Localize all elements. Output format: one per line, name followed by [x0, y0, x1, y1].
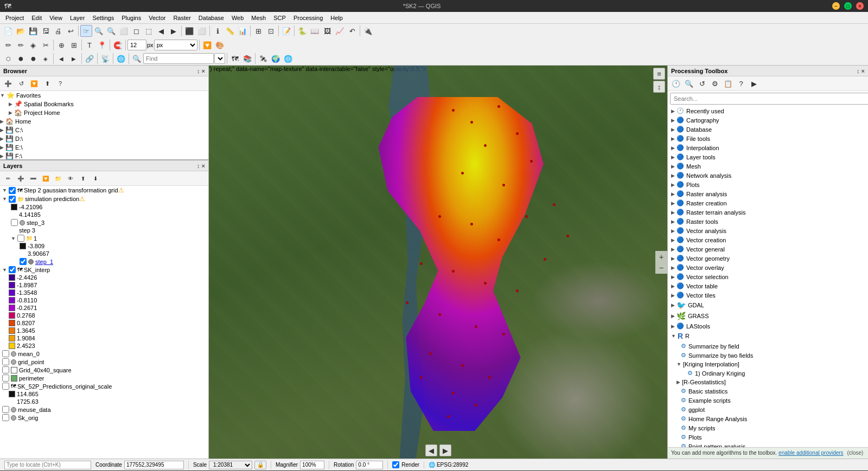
- group-network-analysis-header[interactable]: 🔵 Network analysis: [668, 171, 868, 180]
- browser-project-home[interactable]: 🏠 Project Home: [0, 108, 208, 117]
- layer-filter-btn[interactable]: 🔽: [40, 172, 52, 184]
- browser-spatial-bookmarks[interactable]: 📌 Spatial Bookmarks: [0, 100, 208, 108]
- group-raster-tools[interactable]: 🔵 Raster tools: [668, 217, 868, 226]
- toolbox-settings-btn[interactable]: ⚙: [709, 78, 721, 89]
- group-raster-tools-header[interactable]: 🔵 Raster tools: [668, 217, 868, 226]
- group-vector-overlay-header[interactable]: 🔵 Vector overlay: [668, 263, 868, 272]
- layer-meusedata[interactable]: meuse_data: [0, 405, 208, 414]
- stat-btn[interactable]: 📊: [237, 25, 248, 37]
- browser-drive-e[interactable]: 💾 E:\: [0, 143, 208, 152]
- digitize-btn[interactable]: ✏: [15, 39, 27, 51]
- group-vector-table-header[interactable]: 🔵 Vector table: [668, 281, 868, 291]
- layer-skinterp[interactable]: 🗺 SK_interp: [0, 266, 208, 274]
- digitize2-btn[interactable]: ⬡: [2, 53, 14, 64]
- browser-drive-c[interactable]: 💾 C:\: [0, 126, 208, 134]
- rotation-input[interactable]: [356, 461, 383, 469]
- zoom-select-btn[interactable]: ⬚: [143, 25, 155, 37]
- filter-btn[interactable]: 🔽: [201, 39, 213, 51]
- print-btn[interactable]: 🖨: [52, 25, 64, 37]
- zoom-out-btn[interactable]: 🔍: [105, 25, 117, 37]
- map-scroll-right[interactable]: ▶: [439, 444, 451, 456]
- new-project-btn[interactable]: 📄: [2, 25, 14, 37]
- step3a-checkbox[interactable]: [11, 219, 18, 226]
- meusedata-checkbox[interactable]: [2, 406, 9, 413]
- layer-245[interactable]: 2.4523: [0, 342, 208, 350]
- python-btn[interactable]: 🐍: [296, 25, 308, 37]
- map-area[interactable]: ') repeat;" data-name="map-texture" data…: [209, 66, 667, 459]
- group-layer-tools-header[interactable]: 🔵 Layer tools: [668, 152, 868, 162]
- layer-grid40[interactable]: Grid_40x40_square: [0, 366, 208, 374]
- group-gdal-header[interactable]: 🐦 GDAL: [668, 300, 868, 311]
- measure-btn[interactable]: 📏: [224, 25, 236, 37]
- layers-close-icon[interactable]: ×: [202, 163, 205, 169]
- toolbox-help-btn[interactable]: ?: [735, 78, 747, 89]
- layer-add-btn[interactable]: ➕: [15, 172, 27, 184]
- group-vector-selection-header[interactable]: 🔵 Vector selection: [668, 272, 868, 281]
- toolbox-history-btn[interactable]: 🕐: [670, 78, 682, 89]
- pin-btn[interactable]: 📍: [96, 39, 108, 51]
- text-btn[interactable]: T: [84, 39, 95, 51]
- group-gdal[interactable]: 🐦 GDAL: [668, 300, 868, 311]
- group-raster-analysis[interactable]: 🔵 Raster analysis: [668, 189, 868, 198]
- digitize5-btn[interactable]: ◈: [40, 53, 52, 64]
- adv1-btn[interactable]: ⊕: [55, 39, 67, 51]
- save-as-btn[interactable]: 🖫: [40, 25, 52, 37]
- prev-extent-btn[interactable]: ◀: [155, 25, 167, 37]
- layer-mean0[interactable]: mean_0: [0, 350, 208, 358]
- group-database-header[interactable]: 🔵 Database: [668, 125, 868, 134]
- toolbox-run-btn[interactable]: ▶: [748, 78, 760, 89]
- layer-down-btn[interactable]: ⬇: [90, 172, 101, 184]
- group-vector-analysis-header[interactable]: 🔵 Vector analysis: [668, 226, 868, 235]
- map-scroll-left[interactable]: ◀: [425, 444, 437, 456]
- coordinate-input[interactable]: [124, 461, 184, 469]
- pan-btn[interactable]: ☞: [80, 25, 92, 37]
- layer-neg081[interactable]: -0.8110: [0, 296, 208, 304]
- maximize-button[interactable]: □: [844, 2, 852, 10]
- tile-btn[interactable]: ⊞: [252, 25, 264, 37]
- group-raster-creation[interactable]: 🔵 Raster creation: [668, 198, 868, 208]
- snap-btn[interactable]: 🧲: [112, 39, 124, 51]
- group-r-geostatistics[interactable]: [R-Geostatistics]: [668, 378, 868, 386]
- digitize3-btn[interactable]: ⬢: [15, 53, 27, 64]
- open-project-btn[interactable]: 📂: [15, 25, 27, 37]
- color-btn[interactable]: 🎨: [214, 39, 226, 51]
- tool-ggplot[interactable]: ⚙ ggplot: [668, 405, 868, 414]
- layer-neg135[interactable]: -1.3548: [0, 289, 208, 296]
- group-r-header[interactable]: R R: [668, 331, 868, 341]
- tile2-btn[interactable]: ⊡: [265, 25, 277, 37]
- nav2-btn[interactable]: ▶: [68, 53, 80, 64]
- plugin1-btn[interactable]: 🔌: [362, 25, 374, 37]
- step1-checkbox[interactable]: [20, 258, 27, 265]
- layer-1725[interactable]: 1725.63: [0, 398, 208, 405]
- layer-remove-btn[interactable]: ➖: [27, 172, 39, 184]
- info-link[interactable]: enable additional providers: [778, 450, 844, 456]
- layer-up-btn[interactable]: ⬆: [77, 172, 89, 184]
- scale-select[interactable]: 1:20381: [209, 461, 252, 469]
- browser-filter-btn[interactable]: 🔽: [28, 78, 40, 89]
- minimize-button[interactable]: −: [832, 2, 840, 10]
- browser-collapse-btn[interactable]: ⬆: [41, 78, 53, 89]
- group1-checkbox[interactable]: [17, 235, 24, 242]
- group-file-tools-header[interactable]: 🔵 File tools: [668, 134, 868, 143]
- tool-point-pattern[interactable]: ⚙ Point pattern analysis: [668, 442, 868, 447]
- map-zoom-minus[interactable]: −: [656, 263, 666, 273]
- layer-step3b[interactable]: step 3: [0, 227, 208, 234]
- menu-scp[interactable]: SCP: [270, 14, 289, 22]
- next-extent-btn[interactable]: ▶: [168, 25, 180, 37]
- browser-refresh-btn[interactable]: ↺: [15, 78, 27, 89]
- locate-input[interactable]: [4, 461, 91, 469]
- group-raster-analysis-header[interactable]: 🔵 Raster analysis: [668, 189, 868, 198]
- group-raster-creation-header[interactable]: 🔵 Raster creation: [668, 198, 868, 208]
- layer-neg421[interactable]: -4.21096: [0, 203, 208, 211]
- layer-neg38[interactable]: -3.809: [0, 242, 208, 250]
- group-lastools-header[interactable]: 🔵 LAStools: [668, 321, 868, 331]
- group-raster-terrain[interactable]: 🔵 Raster terrain analysis: [668, 208, 868, 217]
- group-network-analysis[interactable]: 🔵 Network analysis: [668, 171, 868, 180]
- group-vector-tiles-header[interactable]: 🔵 Vector tiles: [668, 291, 868, 300]
- basemap-btn[interactable]: 🗺: [229, 53, 241, 64]
- browser-drive-d[interactable]: 💾 D:\: [0, 134, 208, 143]
- scale-lock-btn[interactable]: 🔒: [254, 461, 266, 469]
- menu-web[interactable]: Web: [228, 14, 247, 22]
- tool-ordinary-kriging[interactable]: ⚙ 1) Ordinary Kriging: [668, 369, 868, 378]
- font-size-input[interactable]: [127, 40, 146, 50]
